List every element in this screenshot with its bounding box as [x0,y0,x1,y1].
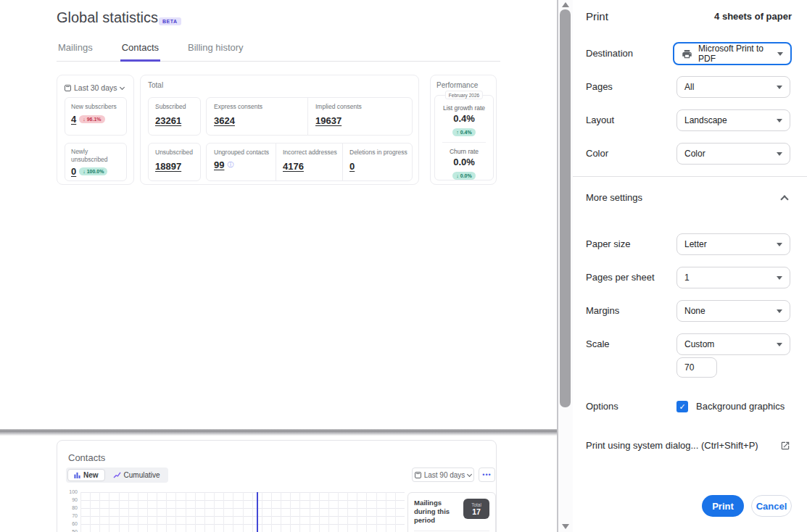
calendar-icon [415,472,421,478]
pages-per-sheet-value: 1 [684,273,771,283]
cancel-button[interactable]: Cancel [751,495,792,517]
paper-size-label: Paper size [586,238,630,249]
system-dialog-label: Print using system dialog... (Ctrl+Shift… [586,440,758,451]
more-settings-toggle[interactable]: More settings [586,187,792,209]
scale-custom-input[interactable] [676,357,717,378]
background-graphics-checkbox[interactable]: ✓ [676,401,688,412]
margins-select[interactable]: None [676,300,790,322]
divider [573,176,807,177]
chart-card-title: Contacts [68,452,105,463]
stat-implied-consents: Implied consents 19637 [315,103,406,130]
toggle-cumulative[interactable]: Cumulative [107,469,167,481]
preview-page-2: Contacts New Cumulati [0,436,557,532]
preview-scrollbar[interactable] [557,0,573,532]
trend-badge: ↓ 96.1% [79,115,104,123]
scale-label: Scale [586,338,610,349]
y-axis-tick: 70 [62,513,78,518]
chart-period-label: Last 90 days [424,471,465,479]
chevron-down-icon [467,471,472,476]
chevron-down-icon [777,243,782,246]
system-dialog-link[interactable]: Print using system dialog... (Ctrl+Shift… [586,435,792,457]
chevron-down-icon [777,86,782,89]
layout-select[interactable]: Landscape [676,109,790,131]
destination-label: Destination [586,48,633,59]
destination-select[interactable]: Microsoft Print to PDF [673,42,792,65]
trend-badge: ↓ 100.0% [79,167,107,175]
chevron-down-icon [777,119,782,122]
margins-value: None [684,306,771,316]
y-axis-tick: 60 [62,521,78,526]
stat-value-link[interactable]: 3624 [214,115,235,126]
info-card-title: Mailings during this period [414,499,459,525]
chart-mode-toggle: New Cumulative [66,467,168,483]
stat-label: Express consents [214,103,305,111]
stat-express-consents: Express consents 3624 [214,103,305,130]
print-button[interactable]: Print [702,495,744,517]
tab-contacts[interactable]: Contacts [120,42,160,62]
stat-incorrect-addresses: Incorrect addresses 4176 [283,149,339,175]
scale-select[interactable]: Custom [676,333,790,355]
layout-label: Layout [586,115,614,125]
toggle-new[interactable]: New [67,469,105,481]
color-label: Color [586,148,608,159]
chevron-down-icon [777,152,782,156]
divider [307,98,308,135]
external-link-icon [780,441,790,451]
toggle-cumulative-label: Cumulative [124,471,160,479]
performance-card: Performance February 2026 List growth ra… [430,75,497,185]
sheets-count: 4 sheets of paper [714,11,792,22]
stat-value-link[interactable]: 4176 [283,161,304,172]
scrollbar-thumb[interactable] [560,9,571,407]
pages-per-sheet-label: Pages per sheet [586,272,655,283]
stat-label: Unsubscribed [155,149,194,157]
y-axis-tick: 50 [62,529,78,532]
performance-metrics: February 2026 List growth rate 0.4% ↑ 0.… [434,95,494,180]
color-value: Color [684,149,771,159]
pages-select[interactable]: All [676,76,790,98]
paper-size-select[interactable]: Letter [676,233,790,255]
chevron-up-icon [780,195,788,203]
pages-value: All [684,82,771,92]
divider [276,144,276,180]
y-axis-tick: 80 [62,505,78,510]
scale-value: Custom [684,339,771,349]
stat-value-link[interactable]: 0 [71,166,76,177]
calendar-icon [65,85,71,91]
options-label: Options [586,401,618,412]
print-preview-window: Global statistics BETA Mailings Contacts… [0,0,807,532]
page-gap [0,429,557,436]
tab-billing-history[interactable]: Billing history [186,42,245,61]
trend-badge: ↑ 0.4% [452,128,475,136]
toggle-new-label: New [83,471,99,479]
info-icon[interactable]: ⓘ [227,160,233,170]
stat-label: Deletions in progress [349,149,410,157]
chevron-down-icon [777,52,783,56]
stat-value-link[interactable]: 0 [349,161,355,172]
more-options-button[interactable]: ••• [479,467,495,482]
metric-value: 0.4% [435,113,493,124]
stat-label: New subscribers [71,103,120,111]
total-badge: Total 17 [463,499,489,519]
scrollbar-up-arrow[interactable] [562,2,569,7]
paper-size-value: Letter [684,239,771,249]
stat-value-link[interactable]: 4 [71,114,76,125]
pages-per-sheet-select[interactable]: 1 [676,267,790,288]
scrollbar-down-arrow[interactable] [562,524,569,529]
page-title: Global statistics [57,9,158,26]
pages-label: Pages [586,81,613,92]
stat-value-link[interactable]: 19637 [315,115,342,126]
stat-label: Implied consents [315,103,406,111]
beta-badge: BETA [159,17,181,25]
stat-value-link[interactable]: 18897 [155,161,181,172]
period-selector[interactable]: Last 30 days [65,83,124,92]
y-axis-tick: 100 [62,489,78,494]
stat-newly-unsubscribed: Newly unsubscribed 0 ↓ 100.0% [65,143,127,181]
stat-value-link[interactable]: 23261 [155,115,181,126]
color-select[interactable]: Color [676,143,790,165]
total-badge-value: 17 [472,507,481,516]
stat-value-link[interactable]: 99 [214,159,224,170]
metric-label: List growth rate [435,104,493,112]
chart-period-selector[interactable]: Last 90 days [412,467,474,482]
tab-mailings[interactable]: Mailings [57,42,94,61]
stat-ungrouped-contacts: Ungrouped contacts 99 ⓘ [214,149,272,175]
